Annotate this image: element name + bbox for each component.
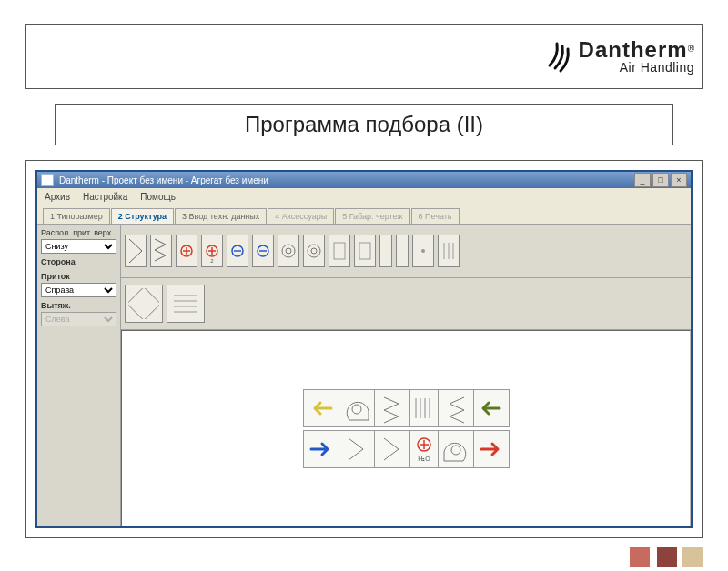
close-button[interactable]: × <box>671 173 687 187</box>
supply-pos-label: Распол. прит. верх <box>41 228 116 237</box>
cell-filter-bot-1[interactable] <box>339 430 375 468</box>
svg-rect-16 <box>359 243 370 259</box>
reg-mark: ® <box>688 44 694 54</box>
tab-6-print[interactable]: 6 Печать <box>411 208 460 224</box>
tab-2-structure[interactable]: 2 Структура <box>111 208 174 224</box>
cell-fan-top[interactable] <box>339 389 375 427</box>
titlebar[interactable]: Dantherm - Проект без имени - Агрегат бе… <box>37 172 691 188</box>
sidebar: Распол. прит. верх Снизу Сторона Приток … <box>37 225 121 526</box>
tab-5-drawing[interactable]: 5 Габар. чертеж <box>335 208 410 224</box>
brand-logo: Dantherm® Air Handling <box>544 38 694 75</box>
heater-label: H₂O <box>418 456 430 462</box>
pal-humid-icon[interactable] <box>412 235 434 267</box>
cell-fan-bot[interactable] <box>438 430 474 468</box>
pal-cooler-1-icon[interactable] <box>227 235 248 267</box>
svg-point-26 <box>352 405 361 414</box>
cell-arrow-out-right[interactable] <box>473 430 510 468</box>
pal-filter-b-icon[interactable] <box>150 235 172 267</box>
menu-help[interactable]: Помощь <box>140 192 176 202</box>
screenshot-frame: Dantherm - Проект без имени - Агрегат бе… <box>25 160 703 538</box>
pal-sound-icon[interactable] <box>354 235 376 267</box>
svg-rect-21 <box>128 288 159 319</box>
pal-damper-icon[interactable] <box>329 235 350 267</box>
pal-mix-icon[interactable] <box>438 235 460 267</box>
supply-pos-select[interactable]: Снизу <box>41 239 116 254</box>
pal-filter-a-icon[interactable] <box>125 235 147 267</box>
maximize-button[interactable]: □ <box>652 173 669 187</box>
pal-fan-2-icon[interactable] <box>303 235 325 267</box>
unit-top-row <box>303 389 509 426</box>
svg-point-34 <box>451 446 460 455</box>
pal-rotary-hex-icon[interactable] <box>125 285 163 323</box>
exchanger-palette <box>121 278 691 330</box>
pal-blank-1-icon[interactable] <box>379 235 392 267</box>
deco-square-1 <box>630 547 650 567</box>
tab-4-accessories[interactable]: 4 Аксессуары <box>268 208 334 224</box>
window-title: Dantherm - Проект без имени - Агрегат бе… <box>59 175 268 185</box>
deco-square-3 <box>682 547 703 567</box>
tab-3-techdata[interactable]: 3 Ввод техн. данных <box>175 208 267 224</box>
vyt-select: Слева <box>41 312 116 326</box>
pal-plate-hex-icon[interactable] <box>167 285 205 323</box>
svg-point-13 <box>308 245 320 257</box>
slide-title: Программа подбора (II) <box>55 104 673 145</box>
pal-cooler-2-icon[interactable] <box>252 235 274 267</box>
cell-filter-bot-2[interactable] <box>374 430 410 468</box>
cell-arrow-in-left[interactable] <box>473 389 510 427</box>
app-icon <box>41 174 54 186</box>
cell-filter-top-1[interactable] <box>374 389 410 427</box>
minimize-button[interactable]: _ <box>634 173 651 187</box>
cell-arrow-in-right[interactable] <box>303 430 339 468</box>
svg-point-11 <box>282 245 295 257</box>
tab-bar: 1 Типоразмер 2 Структура 3 Ввод техн. да… <box>37 205 691 225</box>
cell-exchanger-top[interactable] <box>410 389 439 427</box>
cell-heater-h2o[interactable]: H₂O <box>410 430 439 468</box>
svg-point-17 <box>421 249 425 253</box>
unit-bottom-row: H₂O <box>303 430 509 467</box>
pal-heater-2-icon[interactable]: 2 <box>201 235 223 267</box>
logo-mark-icon <box>544 38 573 75</box>
design-canvas[interactable]: H₂O <box>121 330 691 526</box>
pritok-select[interactable]: Справа <box>41 283 116 297</box>
vyt-label: Вытяж. <box>41 301 116 310</box>
svg-point-12 <box>286 248 291 254</box>
pal-fan-1-icon[interactable] <box>278 235 299 267</box>
svg-rect-15 <box>334 243 345 259</box>
pal-blank-2-icon[interactable] <box>396 235 409 267</box>
cell-arrow-out-left[interactable] <box>303 389 339 427</box>
app-window: Dantherm - Проект без имени - Агрегат бе… <box>35 170 693 528</box>
deco-square-2 <box>657 547 677 567</box>
side-label: Сторона <box>41 257 116 266</box>
component-palette: 2 <box>121 225 691 278</box>
menu-settings[interactable]: Настройка <box>83 192 127 202</box>
brand-box: Dantherm® Air Handling <box>25 24 703 89</box>
cell-filter-top-2[interactable] <box>438 389 474 427</box>
menu-archive[interactable]: Архив <box>45 192 70 202</box>
brand-subline: Air Handling <box>579 61 694 74</box>
brand-name: Dantherm <box>579 37 688 62</box>
pal-heater-1-icon[interactable] <box>176 235 197 267</box>
svg-point-14 <box>311 248 317 254</box>
svg-text:2: 2 <box>210 258 214 264</box>
pritok-label: Приток <box>41 272 116 281</box>
menubar: Архив Настройка Помощь <box>37 188 691 205</box>
ahu-unit: H₂O <box>303 389 509 467</box>
tab-1-size[interactable]: 1 Типоразмер <box>43 208 110 224</box>
